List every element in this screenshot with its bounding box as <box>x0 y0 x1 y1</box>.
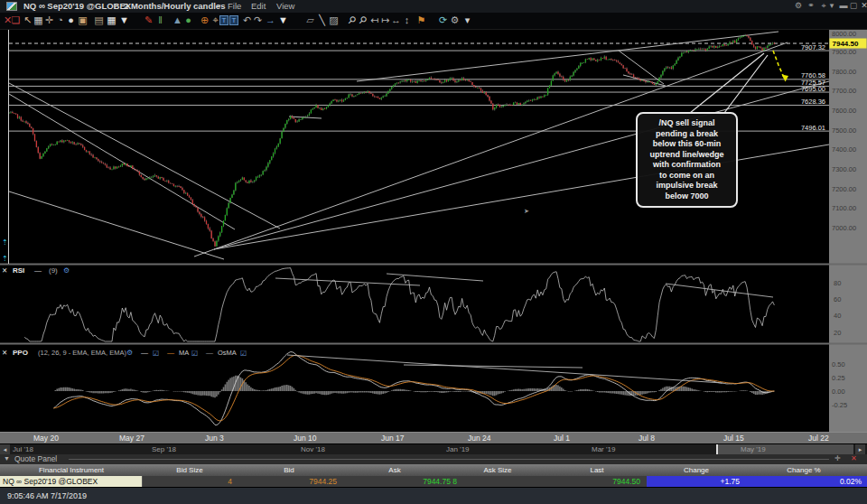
settings-gear-icon[interactable]: ⚙ <box>793 1 804 10</box>
scroll-marker-icon[interactable]: ⇡ <box>2 238 8 247</box>
status-datetime: 9:05:46 AM 7/17/2019 <box>7 491 87 500</box>
timeline-label: Jul '18 <box>13 445 33 453</box>
quote-panel-title: Quote Panel <box>14 454 57 463</box>
region-icon[interactable]: ▱ <box>304 14 316 26</box>
col-change[interactable]: Change <box>647 466 746 474</box>
refresh-icon[interactable]: ⟳ <box>437 14 449 26</box>
cell-last: 7944.50 <box>547 476 647 487</box>
rsi-close-button[interactable]: ✕ <box>2 266 7 275</box>
timeline-scrollbar[interactable]: ◂ ▸ Jul '18Sep '18Nov '18Jan '19Mar '19M… <box>0 443 867 454</box>
rsi-params: (9) <box>49 266 58 275</box>
title-bar: NQ ∞ Sep20'19 @GLOBEX ▾ 2 Months/Hourly … <box>0 0 867 13</box>
date-axis-label: Jun 17 <box>381 434 405 443</box>
price-tick-label: 7000.00 <box>832 224 856 232</box>
circle-tool-icon[interactable]: ● <box>65 14 77 26</box>
quote-row[interactable]: NQ ∞ Sep20'19 @GLOBEX 4 7944.25 7944.75 … <box>0 476 867 487</box>
image-icon[interactable]: ▤ <box>93 14 105 26</box>
rsi-settings-icon[interactable]: ⚙ <box>63 266 70 275</box>
ppo-legend-checkbox[interactable]: ☑ <box>240 350 247 358</box>
price-tick-label: 7600.00 <box>832 107 856 115</box>
rsi-tick-label: 20 <box>834 329 841 337</box>
redo-icon[interactable]: ↷ <box>252 14 264 26</box>
dropdown-icon[interactable]: ▼ <box>118 14 130 26</box>
date-axis-label: Jul 15 <box>723 434 744 443</box>
price-tick-label: 8000.00 <box>832 30 856 38</box>
scale-v-icon[interactable]: ↕ <box>401 14 413 26</box>
cell-ask: 7944.75 8 <box>341 476 461 487</box>
menu-view[interactable]: View <box>276 1 294 11</box>
col-ask[interactable]: Ask <box>341 466 448 474</box>
timeline-label: Mar '19 <box>592 445 615 453</box>
col-change-pct[interactable]: Change % <box>746 466 862 474</box>
timeframe-title[interactable]: 2 Months/Hourly candles <box>124 1 225 11</box>
text-tool-icon[interactable]: T <box>219 15 228 25</box>
pencil-icon[interactable]: ✎ <box>143 14 154 26</box>
trendline-icon[interactable]: ╲ <box>316 14 328 26</box>
text-tool2-icon[interactable]: T <box>229 15 238 25</box>
price-tick-label: 7300.00 <box>832 165 856 173</box>
chartbook-icon[interactable]: ▣ <box>77 14 89 26</box>
ppo-tick-label: -0.25 <box>832 401 847 409</box>
cell-change-pct: 0.02% <box>746 476 867 487</box>
cell-instrument[interactable]: NQ ∞ Sep20'19 @GLOBEX <box>0 476 143 487</box>
chart-window: NQ ∞ Sep20'19 @GLOBEX ▾ 2 Months/Hourly … <box>0 0 867 504</box>
date-axis-label: May 27 <box>119 434 144 443</box>
price-tick-label: 7800.00 <box>832 68 856 76</box>
date-axis-label: May 20 <box>33 434 59 443</box>
select-region-icon[interactable]: ❏ <box>10 14 22 26</box>
close-window-icon[interactable]: ✕ <box>859 1 867 10</box>
price-level-label: 7695.00 <box>801 85 825 93</box>
menu-file[interactable]: File <box>228 1 241 11</box>
app-icon <box>6 2 17 11</box>
price-level-label: 7496.01 <box>801 124 825 132</box>
col-bid[interactable]: Bid <box>237 466 341 474</box>
date-axis-label: Jul 1 <box>554 434 570 443</box>
rsi-tick-label: 80 <box>834 279 841 287</box>
quote-panel-collapse-icon[interactable]: ▼ <box>4 455 10 462</box>
scroll-marker-icon[interactable]: ⇡ <box>2 255 8 263</box>
ellipse-icon[interactable]: ● <box>182 14 194 26</box>
chart-canvas[interactable]: 8000.007900.007800.007700.007600.007500.… <box>0 30 867 432</box>
flag-icon[interactable]: ⚑ <box>415 14 427 26</box>
last-price-tag-label: 7944.50 <box>833 40 859 48</box>
dropdown2-icon[interactable]: ▼ <box>277 14 289 26</box>
col-financial-instrument[interactable]: Financial Instrument <box>0 466 143 474</box>
rsi-tick-label: 40 <box>834 312 841 320</box>
dropdown3-icon[interactable]: ▾ <box>461 14 473 26</box>
symbol-caret-icon[interactable]: ▾ <box>114 3 117 10</box>
pin-caret-icon[interactable]: ▾ <box>826 1 837 10</box>
quote-panel-close-icon[interactable]: ✕ <box>851 454 857 462</box>
ppo-close-button[interactable]: ✕ <box>2 349 7 357</box>
date-axis: May 20May 27Jun 3Jun 10Jun 17Jun 24Jul 1… <box>0 432 867 443</box>
menu-edit[interactable]: Edit <box>251 1 266 11</box>
hatch-icon[interactable]: ▨ <box>328 14 340 26</box>
rsi-line-swatch: — <box>34 266 42 275</box>
cell-change: +1.75 <box>647 476 746 487</box>
timeline-label: Sep '18 <box>152 445 176 453</box>
sell-signal-annotation[interactable]: /NQ sell signal pending a break below th… <box>636 112 738 208</box>
date-axis-label: Jun 24 <box>468 434 491 443</box>
col-bid-size[interactable]: Bid Size <box>143 466 237 474</box>
price-level-label: 7628.36 <box>801 98 825 106</box>
wrench-icon[interactable]: ⚙ <box>449 14 461 26</box>
maximize-icon[interactable]: ▢ <box>848 1 859 10</box>
cell-bid-size: 4 <box>143 476 237 487</box>
price-tick-label: 7900.00 <box>832 48 856 56</box>
mouse-cursor: ➤ <box>524 208 529 214</box>
ppo-legend-checkbox[interactable]: ☑ <box>191 350 198 358</box>
ppo-settings-icon[interactable]: ⚙ <box>126 349 133 357</box>
timeframe-caret-icon[interactable]: ▾ <box>218 3 221 10</box>
link-icon[interactable]: ⚭ <box>806 1 816 10</box>
price-tick-label: 7500.00 <box>832 126 856 135</box>
timeline-label: May '19 <box>741 445 766 453</box>
col-last[interactable]: Last <box>547 466 647 474</box>
status-bar: 9:05:46 AM 7/17/2019 <box>0 488 867 504</box>
ppo-legend-label: OsMA <box>218 349 237 357</box>
col-ask-size[interactable]: Ask Size <box>448 466 547 474</box>
quote-panel-hand-icon[interactable]: ✛ <box>834 454 841 462</box>
date-axis-label: Jun 10 <box>294 434 317 443</box>
layout-grid-icon[interactable]: ▦ <box>106 14 117 26</box>
ppo-legend-checkbox[interactable]: ☑ <box>153 350 159 358</box>
candles-icon[interactable]: ‖ <box>154 14 166 26</box>
jump-arrow-icon[interactable]: → <box>265 14 276 26</box>
